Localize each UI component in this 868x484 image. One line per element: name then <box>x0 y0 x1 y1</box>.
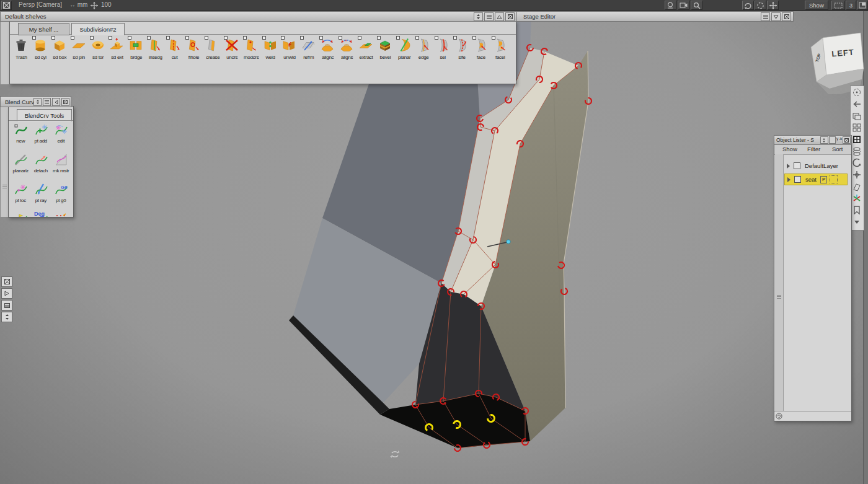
close-icon[interactable] <box>505 12 515 21</box>
minimize-icon[interactable] <box>829 136 836 144</box>
panel-count-button[interactable]: 3 <box>846 1 856 10</box>
menu-sort[interactable]: Sort <box>832 146 843 152</box>
pick-state-badge[interactable]: P <box>820 176 827 183</box>
shelf-tool-trash[interactable]: Trash <box>12 36 31 66</box>
blend-tool-p1[interactable] <box>11 211 31 218</box>
show-button[interactable]: Show <box>805 1 828 10</box>
shelf-tool-sd-pln[interactable]: sd pln <box>69 36 89 66</box>
grid-quad-icon[interactable] <box>851 121 862 133</box>
shelf-tool-cut[interactable]: cut <box>165 36 184 66</box>
torus-stack-icon[interactable] <box>851 145 862 157</box>
shelf-tool-bevel[interactable]: bevel <box>376 36 395 66</box>
menu-filter[interactable]: Filter <box>807 146 820 152</box>
spinner-icon[interactable] <box>1 312 12 322</box>
shelf-tool-slfe[interactable]: slfe <box>452 36 471 66</box>
play-icon[interactable] <box>1 288 12 299</box>
shelf-tool-flhole[interactable]: flhole <box>184 36 203 66</box>
shelf-tool-sd-ext[interactable]: sd ext <box>107 36 126 66</box>
shelf-tool-brdge[interactable]: brdge <box>126 36 146 66</box>
spinner-icon[interactable] <box>820 136 828 144</box>
blend-tool-planariz[interactable]: planariz <box>11 152 31 182</box>
collapse-up-icon[interactable] <box>495 12 504 21</box>
view-cube[interactable]: LEFT TOP <box>805 26 868 94</box>
shelf-tool-sd-tor[interactable]: sd tor <box>89 36 108 66</box>
scrollbar-grip[interactable] <box>777 294 781 299</box>
layer-checkbox[interactable] <box>794 162 800 169</box>
shelf-tool-aligns[interactable]: aligns <box>337 36 356 66</box>
list-icon[interactable] <box>761 12 770 21</box>
shelves-dock-strip[interactable] <box>0 20 10 85</box>
expand-arrow-icon[interactable] <box>787 164 790 169</box>
tab-my-shelf[interactable]: My Shelf ... <box>18 23 69 35</box>
blend-tool-p3[interactable] <box>51 211 71 218</box>
menu-show[interactable]: Show <box>782 146 797 152</box>
shelf-tool-weld[interactable]: weld <box>261 36 280 66</box>
blend-tool-pt-g0[interactable]: G0pt g0 <box>51 182 71 211</box>
marquee-icon[interactable] <box>831 1 845 10</box>
render-camera-icon[interactable] <box>678 1 689 10</box>
spinner-icon[interactable] <box>474 12 483 21</box>
shelf-tool-sd-box[interactable]: sd box <box>50 36 69 66</box>
close-icon[interactable] <box>1 1 12 10</box>
object-lister-header[interactable]: Object Lister - S y a <box>774 135 852 145</box>
shelf-tool-face[interactable]: face <box>471 36 490 66</box>
shelf-tool-uncrs[interactable]: uncrs <box>223 36 242 66</box>
lister-scrollbar[interactable] <box>775 154 784 411</box>
collapse-left-icon[interactable] <box>52 98 60 106</box>
list-icon[interactable] <box>1 300 12 310</box>
bookmark-icon[interactable] <box>851 204 862 216</box>
shelf-tool-planar[interactable]: planar <box>395 36 414 66</box>
list-icon[interactable] <box>43 98 51 106</box>
refresh-icon[interactable] <box>776 413 782 420</box>
spinner-icon[interactable] <box>33 98 42 106</box>
shelf-tool-edge[interactable]: edge <box>414 36 433 66</box>
blend-tool-pt-loc[interactable]: pt loc <box>11 182 31 211</box>
lister-row-seat[interactable]: seatP <box>784 174 848 185</box>
shelf-tool-modcrs[interactable]: modcrs <box>242 36 261 66</box>
blend-tool-edit[interactable]: edit <box>51 122 71 152</box>
blend-tool-detach[interactable]: detach <box>31 152 51 182</box>
layer-checkbox[interactable] <box>794 176 801 183</box>
shelf-tool-insedg[interactable]: insedg <box>146 36 165 66</box>
stage-editor-window-header[interactable]: Stage Editor <box>516 11 794 22</box>
shelf-tool-crease[interactable]: crease <box>203 36 223 66</box>
dolly-icon[interactable] <box>767 1 779 10</box>
shelves-window-header[interactable]: Default Shelves <box>0 11 517 22</box>
shelf-tool-sel[interactable]: sel <box>433 36 453 66</box>
shelf-tool-sd-cyl[interactable]: sd cyl <box>31 36 50 66</box>
blend-tool-pt-add[interactable]: pt add <box>31 122 51 152</box>
blend-curve-window-header[interactable]: Blend Curve <box>0 96 71 107</box>
blend-tool-pt-ray[interactable]: pt ray <box>31 182 51 211</box>
layer-label[interactable]: seat <box>805 176 817 183</box>
tumble-icon[interactable] <box>742 1 754 10</box>
shelf-tool-alignc[interactable]: alignc <box>318 36 337 66</box>
blend-tool-new[interactable]: new <box>11 122 31 152</box>
blendcrv-tools-tab[interactable]: BlendCrv Tools <box>17 109 72 121</box>
back-arrow-icon[interactable] <box>851 98 862 110</box>
expand-arrow-icon[interactable] <box>851 216 862 227</box>
list-icon[interactable] <box>484 12 494 21</box>
zoom-magnifier-icon[interactable] <box>691 1 702 10</box>
track-icon[interactable] <box>755 1 766 10</box>
close-icon[interactable] <box>843 136 851 144</box>
assign-box[interactable] <box>830 175 838 183</box>
close-icon[interactable] <box>782 12 791 21</box>
blend-tool-mk-mstr[interactable]: mk mstr <box>51 152 71 182</box>
select-circle-icon[interactable] <box>851 86 862 98</box>
lister-row-defaultlayer[interactable]: DefaultLayer <box>784 161 849 171</box>
undo-curve-icon[interactable] <box>851 157 862 169</box>
shelf-tool-facel[interactable]: facel <box>490 36 510 66</box>
surface-page-icon[interactable] <box>851 180 862 192</box>
layer-label[interactable]: DefaultLayer <box>805 162 838 169</box>
close-icon[interactable] <box>61 98 69 106</box>
collapse-down-icon[interactable] <box>771 12 781 21</box>
layers-icon[interactable] <box>851 110 862 121</box>
drag-grip[interactable] <box>2 183 7 189</box>
camera-icon[interactable] <box>665 1 676 10</box>
color-axes-icon[interactable] <box>851 192 862 204</box>
shelf-tool-refrm[interactable]: refrm <box>299 36 318 66</box>
quad-black-icon[interactable] <box>851 133 862 145</box>
shelf-tool-unwld[interactable]: unwld <box>280 36 299 66</box>
tab-subdivision[interactable]: Subdivision#2 <box>71 23 125 35</box>
layout-icon[interactable] <box>857 1 868 10</box>
